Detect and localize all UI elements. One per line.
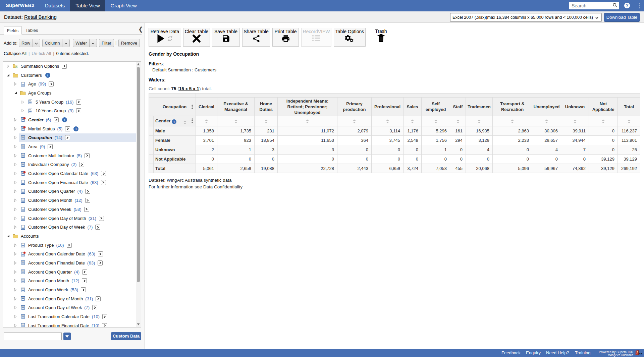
svg-text:Σ: Σ	[15, 65, 17, 69]
svg-text:1: 1	[636, 351, 638, 355]
svg-text:ST: ST	[639, 353, 642, 355]
